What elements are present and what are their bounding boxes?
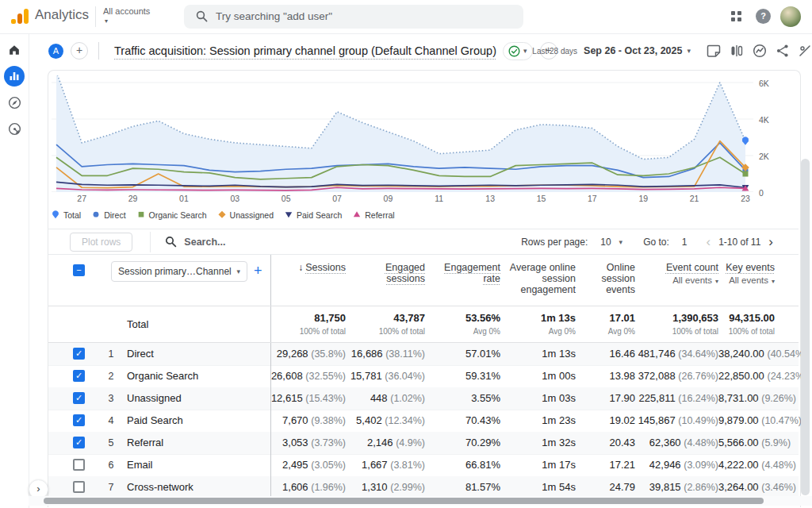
help-icon[interactable]: ? bbox=[756, 9, 771, 24]
row-checkbox[interactable]: ✓ bbox=[73, 437, 85, 448]
metric-cell: 62,360 (4.48%) bbox=[635, 432, 718, 454]
report-title[interactable]: Traffic acquisition: Session primary cha… bbox=[114, 44, 496, 57]
row-checkbox[interactable]: ✓ bbox=[73, 392, 85, 404]
x-axis-tick: 19 bbox=[630, 194, 657, 203]
column-header-engagement-rate[interactable]: Engagement rate bbox=[425, 262, 500, 284]
horizontal-scrollbar-thumb[interactable] bbox=[44, 498, 764, 504]
apps-grid-icon[interactable] bbox=[731, 11, 741, 21]
plot-rows-button[interactable]: Plot rows bbox=[70, 233, 132, 252]
global-search-input[interactable]: Try searching "add user" bbox=[184, 5, 523, 29]
publish-status-badge[interactable]: ▾ bbox=[503, 42, 533, 60]
nav-home[interactable] bbox=[4, 40, 25, 60]
metric-value: 26,608 bbox=[271, 370, 303, 382]
y-axis-tick: 6K bbox=[759, 79, 783, 88]
metric-cell: 5,402 (12.34%) bbox=[346, 410, 425, 432]
rows-per-page-label: Rows per page: bbox=[521, 237, 588, 248]
column-header-key-events[interactable]: Key eventsAll events▾ bbox=[718, 262, 775, 287]
metric-value: 16.46 bbox=[609, 348, 635, 360]
metric-cell: 1m 54s bbox=[500, 476, 576, 498]
nav-advertising[interactable] bbox=[4, 118, 25, 139]
goto-page-input[interactable]: 1 bbox=[682, 237, 688, 248]
comparison-icon[interactable] bbox=[729, 43, 745, 59]
legend-label: Organic Search bbox=[149, 210, 207, 220]
analytics-logo-icon[interactable] bbox=[11, 9, 29, 25]
column-header-engaged-sessions[interactable]: Engaged sessions bbox=[346, 262, 425, 284]
legend-item: Unassigned bbox=[217, 210, 274, 220]
y-axis-tick: 0 bbox=[759, 188, 783, 198]
column-header-sessions[interactable]: ↓Sessions bbox=[270, 262, 346, 273]
top-app-bar: Analytics All accounts ▾ Try searching "… bbox=[0, 0, 812, 34]
legend-label: Referral bbox=[365, 210, 394, 220]
column-header-online-session-events[interactable]: Online session events bbox=[576, 262, 635, 295]
nav-explore[interactable] bbox=[4, 92, 25, 113]
metric-value: 1m 23s bbox=[542, 414, 576, 426]
metric-cell: 17.21 bbox=[576, 454, 635, 476]
avatar[interactable] bbox=[780, 6, 801, 27]
vertical-scrollbar-thumb[interactable] bbox=[801, 159, 810, 495]
date-range-picker[interactable]: Sep 26 - Oct 23, 2025 bbox=[584, 45, 682, 56]
traffic-over-time-chart bbox=[52, 75, 753, 192]
channel-name: Cross-network bbox=[127, 476, 193, 498]
circle-marker-icon bbox=[91, 210, 101, 220]
metric-cell: 448 (1.02%) bbox=[346, 387, 425, 410]
legend-label: Total bbox=[63, 210, 81, 220]
metric-percent: (36.04%) bbox=[385, 371, 425, 382]
metric-percent: (2.99%) bbox=[390, 482, 425, 493]
nav-reports[interactable] bbox=[4, 66, 25, 87]
metric-filter-select[interactable]: All events▾ bbox=[718, 275, 775, 287]
account-picker-label: All accounts bbox=[103, 6, 150, 16]
metric-cell: 16.46 bbox=[576, 343, 635, 365]
pagination-range: 1-10 of 11 bbox=[718, 237, 760, 248]
rows-per-page-select[interactable]: 10 bbox=[600, 237, 611, 248]
total-metric-cell: 94,315.00100% of total bbox=[718, 312, 775, 336]
chevron-down-icon[interactable]: ▾ bbox=[619, 238, 623, 246]
customize-report-icon[interactable] bbox=[798, 43, 812, 59]
metric-filter-select[interactable]: All events▾ bbox=[635, 275, 718, 287]
metric-percent: (26.76%) bbox=[678, 371, 718, 382]
notes-icon[interactable] bbox=[706, 43, 722, 59]
account-picker[interactable]: All accounts ▾ bbox=[103, 6, 150, 26]
row-checkbox[interactable] bbox=[73, 481, 85, 493]
account-badge[interactable]: A bbox=[48, 44, 63, 59]
metric-percent: (3.81%) bbox=[390, 460, 425, 471]
column-header-event-count[interactable]: Event countAll events▾ bbox=[635, 262, 718, 287]
row-checkbox[interactable]: ✓ bbox=[73, 370, 85, 382]
add-tab-button[interactable]: + bbox=[71, 42, 88, 60]
legend-item: Organic Search bbox=[136, 210, 207, 220]
table-row-referral: ✓5Referral3,053 (3.73%)2,146 (4.9%)70.29… bbox=[48, 432, 799, 455]
insights-icon[interactable] bbox=[752, 43, 768, 59]
table-search-input[interactable]: Search... bbox=[165, 236, 225, 248]
x-axis-tick: 01Oct bbox=[170, 194, 197, 203]
x-axis-tick: 21 bbox=[681, 194, 708, 203]
row-checkbox[interactable]: ✓ bbox=[73, 414, 85, 426]
row-checkbox[interactable] bbox=[73, 459, 85, 471]
metric-filter-value: All events bbox=[672, 275, 712, 285]
channel-name: Referral bbox=[127, 432, 163, 454]
total-sublabel: 100% of total bbox=[270, 327, 346, 336]
row-checkbox[interactable]: ✓ bbox=[73, 348, 85, 360]
metric-value: 2,146 bbox=[367, 437, 393, 448]
next-page-icon[interactable]: › bbox=[768, 234, 773, 250]
previous-page-icon[interactable]: ‹ bbox=[707, 234, 711, 250]
total-metric-cell: 1m 13sAvg 0% bbox=[500, 312, 576, 336]
metric-cell: 70.29% bbox=[425, 432, 500, 454]
metric-percent: (3.46%) bbox=[761, 482, 796, 493]
metric-value: 3,264.00 bbox=[718, 481, 759, 493]
add-dimension-icon[interactable]: + bbox=[254, 263, 262, 279]
dimension-selector[interactable]: Session primary…Channel Group) ▾ bbox=[111, 261, 247, 282]
tri-up-marker-icon bbox=[352, 210, 362, 220]
diamond-marker-icon bbox=[217, 210, 227, 220]
metric-value: 5,566.00 bbox=[718, 437, 759, 448]
column-header-average-online-session-engagement[interactable]: Average online session engagement bbox=[500, 262, 576, 295]
metric-cell: 66.81% bbox=[425, 454, 500, 476]
share-icon[interactable] bbox=[775, 43, 791, 59]
metric-value: 1m 54s bbox=[542, 481, 576, 493]
metric-value: 1m 17s bbox=[542, 459, 576, 471]
metric-cell: 481,746 (34.64%) bbox=[635, 343, 718, 365]
dimension-selector-value: Session primary…Channel Group) bbox=[118, 266, 232, 277]
row-number: 7 bbox=[104, 476, 118, 498]
select-all-checkbox[interactable]: − bbox=[73, 264, 85, 276]
chevron-down-icon[interactable]: ▾ bbox=[687, 47, 691, 55]
metric-value: 19.02 bbox=[609, 414, 635, 426]
metric-cell: 2,146 (4.9%) bbox=[346, 432, 425, 454]
